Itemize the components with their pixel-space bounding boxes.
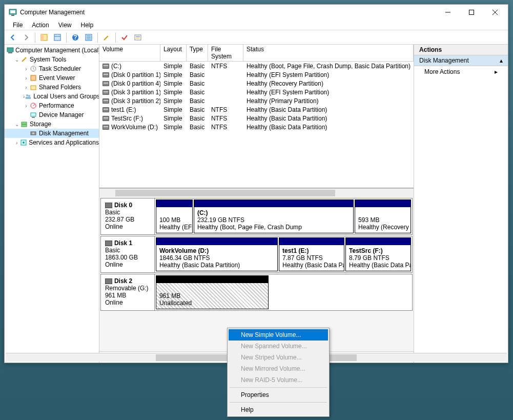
maximize-button[interactable] — [460, 5, 483, 20]
tree-performance[interactable]: ›Performance — [5, 101, 99, 110]
partition[interactable]: (C:)232.19 GB NTFSHealthy (Boot, Page Fi… — [194, 199, 354, 233]
disk-icon — [29, 129, 37, 137]
volume-icon — [102, 81, 109, 86]
table-row[interactable]: (Disk 3 partition 1)SimpleBasicHealthy (… — [99, 88, 414, 96]
ctx-properties[interactable]: Properties — [229, 389, 328, 401]
tree-root[interactable]: Computer Management (Local) — [5, 46, 99, 55]
col-type[interactable]: Type — [187, 45, 208, 61]
svg-rect-4 — [469, 10, 474, 15]
forward-button[interactable] — [20, 31, 32, 44]
disk-header-1[interactable]: Disk 1 Basic 1863.00 GB Online — [101, 236, 155, 272]
tree-scrollbar[interactable] — [6, 353, 99, 362]
collapse-icon[interactable]: ⌄ — [14, 57, 20, 63]
disk-icon — [105, 241, 112, 246]
toolbar-icon-check[interactable] — [118, 31, 131, 44]
svg-rect-21 — [7, 48, 13, 52]
collapse-icon[interactable]: ⌄ — [14, 122, 20, 127]
disk-header-2[interactable]: Disk 2 Removable (G:) 961 MB Online — [101, 274, 155, 310]
svg-rect-32 — [22, 122, 27, 124]
volume-icon — [102, 64, 109, 69]
partition[interactable]: test1 (E:)7.87 GB NTFSHealthy (Basic Dat… — [279, 237, 344, 271]
actions-header: Actions — [414, 45, 508, 55]
table-row[interactable]: (Disk 0 partition 1)SimpleBasicHealthy (… — [99, 70, 414, 79]
context-menu: New Simple Volume... New Spanned Volume.… — [227, 328, 330, 417]
svg-rect-25 — [31, 86, 36, 90]
computer-icon — [7, 46, 14, 54]
menu-view[interactable]: View — [54, 21, 76, 30]
tree-event-viewer[interactable]: ›Event Viewer — [5, 73, 99, 83]
volume-list: Volume Layout Type File System Status (C… — [99, 45, 414, 188]
tree-storage[interactable]: ⌄Storage — [5, 119, 99, 129]
minimize-button[interactable] — [436, 5, 460, 20]
table-row[interactable]: WorkVolume (D:)SimpleBasicNTFSHealthy (B… — [99, 123, 414, 131]
partition-unallocated[interactable]: 961 MBUnallocated — [156, 275, 269, 309]
toolbar-icon-wand[interactable] — [100, 31, 113, 44]
table-row[interactable]: test1 (E:)SimpleBasicNTFSHealthy (Basic … — [99, 105, 414, 114]
disk-header-0[interactable]: Disk 0 Basic 232.87 GB Online — [101, 198, 155, 234]
expand-icon[interactable]: › — [14, 140, 19, 146]
ctx-new-mirrored-volume: New Mirrored Volume... — [229, 363, 328, 374]
tools-icon — [20, 55, 28, 64]
svg-rect-31 — [32, 117, 35, 118]
svg-point-27 — [28, 95, 30, 97]
partition[interactable]: WorkVolume (D:)1846.34 GB NTFSHealthy (B… — [156, 237, 278, 271]
event-icon — [29, 74, 37, 82]
ctx-new-simple-volume[interactable]: New Simple Volume... — [229, 329, 328, 341]
tree-services[interactable]: ›Services and Applications — [5, 138, 99, 147]
partition[interactable]: 593 MBHealthy (Recovery — [355, 199, 411, 233]
col-volume[interactable]: Volume — [99, 45, 160, 61]
tree-disk-management[interactable]: Disk Management — [5, 129, 99, 138]
volume-icon — [102, 90, 109, 95]
ctx-new-striped-volume: New Striped Volume... — [229, 352, 328, 363]
tree-shared-folders[interactable]: ›Shared Folders — [5, 83, 99, 92]
expand-icon[interactable]: › — [23, 103, 29, 109]
expand-icon[interactable]: › — [23, 75, 29, 81]
device-icon — [29, 111, 37, 119]
folder-icon — [29, 83, 37, 91]
table-row[interactable]: TestSrc (F:)SimpleBasicNTFSHealthy (Basi… — [99, 114, 414, 123]
svg-rect-8 — [41, 34, 44, 41]
tree-device-manager[interactable]: Device Manager — [5, 110, 99, 119]
ctx-new-spanned-volume: New Spanned Volume... — [229, 341, 328, 352]
services-icon — [19, 138, 27, 147]
menu-action[interactable]: Action — [28, 21, 53, 30]
actions-pane: Actions Disk Management ▴ More Actions ▸ — [414, 45, 508, 363]
col-layout[interactable]: Layout — [160, 45, 187, 61]
close-button[interactable] — [483, 5, 507, 20]
svg-point-35 — [32, 132, 34, 134]
storage-icon — [20, 120, 28, 128]
volume-list-scrollbar[interactable] — [99, 188, 414, 197]
partition[interactable]: 100 MBHealthy (EFI — [156, 199, 193, 233]
back-button[interactable] — [7, 31, 19, 44]
tree-local-users[interactable]: ›Local Users and Groups — [5, 92, 99, 101]
table-row[interactable]: (Disk 3 partition 2)SimpleBasicHealthy (… — [99, 96, 414, 105]
col-status[interactable]: Status — [243, 45, 414, 61]
menu-file[interactable]: File — [9, 21, 27, 30]
toolbar-icon-settings[interactable] — [132, 31, 144, 44]
toolbar-icon-list[interactable] — [83, 31, 95, 44]
tree-task-scheduler[interactable]: ›Task Scheduler — [5, 64, 99, 73]
actions-more[interactable]: More Actions ▸ — [414, 66, 508, 77]
svg-rect-24 — [31, 75, 36, 81]
table-row[interactable]: (Disk 0 partition 4)SimpleBasicHealthy (… — [99, 79, 414, 88]
disk-row-1[interactable]: Disk 1 Basic 1863.00 GB Online WorkVolum… — [100, 236, 413, 273]
menubar: File Action View Help — [5, 20, 508, 30]
disk-row-0[interactable]: Disk 0 Basic 232.87 GB Online 100 MBHeal… — [100, 198, 413, 235]
col-filesystem[interactable]: File System — [208, 45, 243, 61]
expand-icon[interactable]: › — [23, 66, 29, 72]
expand-icon[interactable]: › — [23, 85, 29, 90]
collapse-icon: ▴ — [500, 57, 503, 64]
menu-help[interactable]: Help — [77, 21, 98, 30]
volume-icon — [102, 116, 109, 121]
help-button[interactable]: ? — [69, 31, 81, 44]
disk-row-2[interactable]: Disk 2 Removable (G:) 961 MB Online 961 … — [100, 274, 413, 311]
table-row[interactable]: (C:)SimpleBasicNTFSHealthy (Boot, Page F… — [99, 62, 414, 70]
actions-section[interactable]: Disk Management ▴ — [414, 55, 508, 66]
ctx-help[interactable]: Help — [229, 404, 328, 415]
partition[interactable]: TestSrc (F:)8.79 GB NTFSHealthy (Basic D… — [345, 237, 411, 271]
svg-point-17 — [108, 34, 110, 36]
tree-system-tools[interactable]: ⌄System Tools — [5, 55, 99, 64]
show-hide-tree-button[interactable] — [38, 31, 50, 44]
app-icon — [9, 8, 17, 16]
properties-button[interactable] — [51, 31, 64, 44]
